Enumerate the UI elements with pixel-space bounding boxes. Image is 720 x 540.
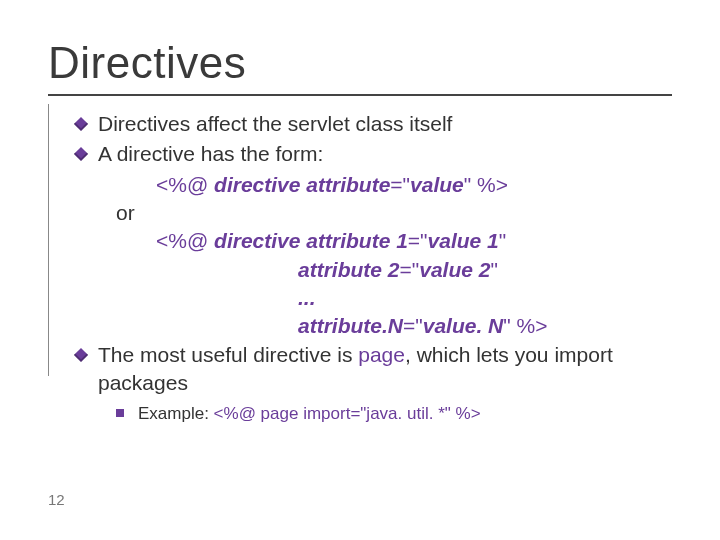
- bullet-item: A directive has the form:: [76, 140, 672, 168]
- code-quote: ": [499, 229, 506, 252]
- code-eq: =: [403, 314, 415, 337]
- code-open: <%@: [156, 229, 214, 252]
- bullet-item: The most useful directive is page, which…: [76, 341, 672, 398]
- square-icon: [116, 409, 124, 417]
- code-directive: directive: [214, 229, 300, 252]
- code-close: %>: [511, 314, 548, 337]
- code-line: ...: [76, 284, 672, 312]
- code-quote: ": [503, 314, 510, 337]
- code-dots: ...: [298, 286, 316, 309]
- code-quote: ": [490, 258, 497, 281]
- code-quote: ": [403, 173, 410, 196]
- code-attribute2: attribute 2: [298, 258, 400, 281]
- bullet-text: Directives affect the servlet class itse…: [98, 112, 452, 135]
- code-attribute1: attribute 1: [306, 229, 408, 252]
- slide-title: Directives: [48, 38, 672, 88]
- code-valueN: value. N: [423, 314, 504, 337]
- slide: Directives Directives affect the servlet…: [0, 0, 720, 540]
- or-text: or: [76, 199, 672, 227]
- code-value2: value 2: [419, 258, 490, 281]
- code-eq: =: [390, 173, 402, 196]
- code-line: attribute.N="value. N" %>: [76, 312, 672, 340]
- code-close: %>: [471, 173, 508, 196]
- code-eq: =: [408, 229, 420, 252]
- code-line: attribute 2="value 2": [76, 256, 672, 284]
- title-underline: Directives: [48, 38, 672, 96]
- page-number: 12: [48, 491, 65, 508]
- code-quote: ": [420, 229, 427, 252]
- slide-content: Directives affect the servlet class itse…: [48, 110, 672, 426]
- code-eq: =: [400, 258, 412, 281]
- code-value1: value 1: [428, 229, 499, 252]
- example-label: Example:: [138, 404, 214, 423]
- code-attribute: attribute: [306, 173, 390, 196]
- code-line: <%@ directive attribute 1="value 1": [76, 227, 672, 255]
- code-attributeN: attribute.N: [298, 314, 403, 337]
- code-quote: ": [415, 314, 422, 337]
- sub-bullet: Example: <%@ page import="java. util. *"…: [76, 403, 672, 426]
- bullet-item: Directives affect the servlet class itse…: [76, 110, 672, 138]
- code-value: value: [410, 173, 464, 196]
- code-line: <%@ directive attribute="value" %>: [76, 171, 672, 199]
- example-code: <%@ page import="java. util. *" %>: [214, 404, 481, 423]
- bullet-text-pre: The most useful directive is: [98, 343, 358, 366]
- code-open: <%@: [156, 173, 214, 196]
- code-directive: directive: [214, 173, 300, 196]
- page-keyword: page: [358, 343, 405, 366]
- bullet-text: A directive has the form:: [98, 142, 323, 165]
